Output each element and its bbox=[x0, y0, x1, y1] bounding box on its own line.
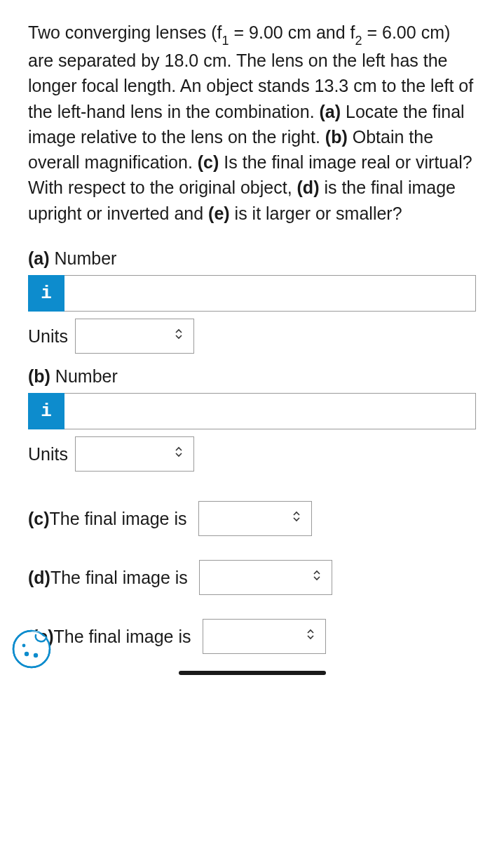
cookie-icon[interactable] bbox=[10, 627, 53, 671]
part-b-numlabel: Number bbox=[50, 366, 118, 386]
part-a-bold: (a) bbox=[28, 248, 50, 268]
part-d-text: The final image is bbox=[50, 568, 188, 587]
info-button-a[interactable]: i bbox=[28, 275, 64, 312]
part-c-row: (c)The final image is bbox=[28, 501, 476, 536]
part-c-label: (c) bbox=[198, 152, 219, 172]
part-d-row: (d)The final image is bbox=[28, 560, 476, 595]
part-b-input-row: i bbox=[28, 393, 476, 429]
info-icon: i bbox=[41, 283, 52, 304]
chevron-down-icon bbox=[312, 568, 322, 587]
answer-input-a[interactable] bbox=[64, 275, 476, 312]
svg-point-3 bbox=[22, 644, 26, 648]
part-e-label: (e) bbox=[208, 203, 230, 223]
part-d-label: (d) bbox=[297, 178, 320, 197]
sub-2: 2 bbox=[355, 34, 362, 48]
part-c-text: The final image is bbox=[50, 509, 187, 528]
part-a-input-row: i bbox=[28, 275, 476, 312]
units-row-a: Units bbox=[28, 319, 476, 354]
svg-point-2 bbox=[34, 653, 38, 657]
units-label-b: Units bbox=[28, 441, 68, 467]
part-b-label: (b) bbox=[325, 127, 348, 147]
part-a-label: (a) bbox=[320, 102, 341, 121]
q-eq1: = 9.00 cm and f bbox=[229, 22, 355, 42]
part-a-header: (a) Number bbox=[28, 246, 476, 271]
bottom-handle-bar bbox=[179, 671, 326, 675]
part-a-numlabel: Number bbox=[50, 248, 117, 268]
answer-input-b[interactable] bbox=[64, 393, 476, 429]
answer-select-c[interactable] bbox=[198, 501, 312, 536]
part-e-text: The final image is bbox=[54, 627, 191, 646]
part-c-bold: (c) bbox=[28, 509, 50, 528]
answer-select-d[interactable] bbox=[199, 560, 332, 595]
units-select-b[interactable] bbox=[75, 436, 194, 472]
units-select-a[interactable] bbox=[75, 319, 194, 354]
units-row-b: Units bbox=[28, 436, 476, 472]
part-d-label: (d)The final image is bbox=[28, 565, 188, 590]
part-e-text: is it larger or smaller? bbox=[230, 203, 402, 223]
part-b-header: (b) Number bbox=[28, 363, 476, 389]
info-button-b[interactable]: i bbox=[28, 393, 64, 429]
chevron-down-icon bbox=[306, 627, 315, 646]
sub-1: 1 bbox=[222, 34, 229, 48]
chevron-down-icon bbox=[292, 509, 301, 528]
info-icon: i bbox=[41, 401, 52, 422]
chevron-down-icon bbox=[174, 445, 184, 463]
part-d-bold: (d) bbox=[28, 568, 50, 587]
part-e-row: (e)The final image is bbox=[28, 619, 476, 654]
question-text: Two converging lenses (f1 = 9.00 cm and … bbox=[28, 20, 476, 226]
units-label-a: Units bbox=[28, 323, 68, 349]
part-e-label: (e)The final image is bbox=[32, 624, 191, 649]
chevron-down-icon bbox=[174, 327, 184, 345]
part-c-label: (c)The final image is bbox=[28, 506, 187, 531]
answer-select-e[interactable] bbox=[203, 619, 326, 654]
q-pre-f1: Two converging lenses (f bbox=[28, 22, 222, 42]
part-b-bold: (b) bbox=[28, 366, 50, 386]
svg-point-1 bbox=[25, 652, 29, 656]
